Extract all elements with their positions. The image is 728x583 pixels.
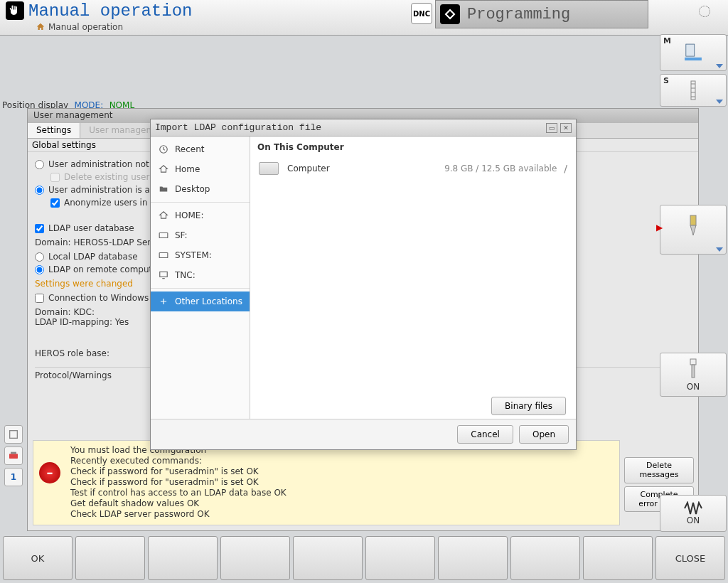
header-subtitle-row: Manual operation bbox=[36, 21, 192, 33]
protocol-line: Check if password for "useradmin" is set… bbox=[70, 477, 614, 488]
drive-icon bbox=[259, 162, 279, 175]
programming-mode-button[interactable]: Programming bbox=[435, 0, 648, 28]
softkey-6[interactable] bbox=[365, 536, 435, 580]
left-mini-toolbar: 1 bbox=[4, 425, 24, 486]
home-icon bbox=[36, 22, 46, 32]
svg-rect-7 bbox=[686, 44, 695, 56]
home-icon bbox=[158, 164, 169, 175]
svg-rect-5 bbox=[159, 253, 168, 258]
diamond-icon bbox=[440, 4, 460, 24]
machine-icon bbox=[681, 41, 705, 65]
plus-icon bbox=[158, 296, 169, 307]
folder-icon bbox=[158, 183, 169, 195]
softkey-bar: OK CLOSE bbox=[3, 536, 725, 580]
eject-icon[interactable]: / bbox=[564, 163, 567, 174]
svg-rect-1 bbox=[9, 454, 18, 459]
dialog-titlebar[interactable]: Import LDAP configuration file ▭ ✕ bbox=[151, 119, 576, 137]
svg-rect-15 bbox=[690, 359, 696, 365]
file-row-computer[interactable]: Computer 9.8 GB / 12.5 GB available / bbox=[250, 158, 576, 179]
protocol-line: Recently executed commands: bbox=[70, 456, 614, 466]
dialog-title: Import LDAP configuration file bbox=[155, 122, 543, 133]
cancel-button[interactable]: Cancel bbox=[457, 425, 513, 444]
rail-s-label: S bbox=[663, 76, 669, 85]
rail-machine-button[interactable]: M bbox=[660, 34, 727, 71]
right-rail: M S ▶ ON ON bbox=[658, 33, 728, 533]
sidebar-item-other-locations[interactable]: Other Locations bbox=[151, 292, 250, 311]
svg-rect-0 bbox=[10, 431, 18, 439]
softkey-7[interactable] bbox=[438, 536, 508, 580]
mini-btn-1[interactable] bbox=[4, 425, 23, 444]
header-subtitle: Manual operation bbox=[48, 22, 123, 32]
wave-icon bbox=[683, 501, 703, 515]
screen-icon bbox=[158, 269, 169, 281]
header-bar: Manual operation Manual operation DNC Pr… bbox=[0, 0, 728, 36]
softkey-8[interactable] bbox=[510, 536, 580, 580]
sidebar-item-label: SF: bbox=[175, 230, 188, 240]
sidebar-item-system[interactable]: SYSTEM: bbox=[151, 245, 250, 265]
window-close-icon[interactable]: ✕ bbox=[560, 123, 572, 133]
svg-rect-16 bbox=[692, 365, 695, 378]
feed-icon bbox=[687, 358, 699, 382]
rail-on-label: ON bbox=[687, 382, 700, 392]
rail-spindle-button[interactable]: S bbox=[660, 74, 727, 107]
softkey-close[interactable]: CLOSE bbox=[655, 536, 725, 580]
file-filter-button[interactable]: Binary files bbox=[491, 397, 566, 415]
sidebar-item-label: HOME: bbox=[175, 210, 203, 220]
sidebar-item-label: Desktop bbox=[175, 184, 210, 194]
svg-rect-4 bbox=[159, 233, 168, 238]
svg-rect-2 bbox=[11, 452, 16, 454]
check-ldap-user-db-label: LDAP user database bbox=[48, 223, 134, 233]
dialog-footer: Cancel Open bbox=[151, 419, 576, 449]
dnc-badge[interactable]: DNC bbox=[411, 3, 432, 24]
radio-remote-ldap-label: LDAP on remote computer bbox=[48, 264, 161, 274]
rail-feed-button[interactable]: ON bbox=[660, 353, 727, 397]
softkey-ok[interactable]: OK bbox=[3, 536, 73, 580]
chevron-down-icon bbox=[716, 247, 723, 252]
protocol-line: Check LDAP server password OK bbox=[70, 509, 614, 520]
sidebar-item-home-drive[interactable]: HOME: bbox=[151, 205, 250, 225]
rail-tool-button[interactable]: ▶ bbox=[660, 205, 727, 255]
rail-wave-button[interactable]: ON bbox=[660, 495, 727, 532]
svg-rect-6 bbox=[160, 272, 168, 277]
clock-icon bbox=[158, 144, 169, 155]
chevron-down-icon bbox=[716, 64, 723, 68]
softkey-3[interactable] bbox=[148, 536, 218, 580]
tab-settings[interactable]: Settings bbox=[28, 123, 80, 138]
sidebar-item-label: SYSTEM: bbox=[175, 250, 212, 260]
home-icon bbox=[158, 210, 169, 221]
sidebar-item-recent[interactable]: Recent bbox=[151, 139, 250, 159]
softkey-5[interactable] bbox=[293, 536, 363, 580]
protocol-line: Check if password for "useradmin" is set… bbox=[70, 466, 614, 477]
clock-icon bbox=[699, 6, 710, 17]
drive-icon bbox=[158, 230, 169, 241]
sidebar-item-tnc[interactable]: TNC: bbox=[151, 265, 250, 285]
dialog-body: Recent Home Desktop HOME: SF: SYSTEM: bbox=[151, 137, 576, 419]
file-row-meta: 9.8 GB / 12.5 GB available bbox=[444, 164, 557, 173]
open-button[interactable]: Open bbox=[519, 425, 569, 444]
header-title: Manual operation bbox=[28, 1, 192, 21]
softkey-2[interactable] bbox=[75, 536, 145, 580]
mini-btn-2[interactable] bbox=[4, 446, 23, 465]
sidebar-item-label: Home bbox=[175, 164, 200, 174]
protocol-line: Get default shadow values OK bbox=[70, 498, 614, 509]
softkey-9[interactable] bbox=[583, 536, 653, 580]
sidebar-item-desktop[interactable]: Desktop bbox=[151, 179, 250, 199]
sidebar-separator bbox=[151, 202, 250, 203]
svg-rect-8 bbox=[685, 58, 702, 60]
svg-rect-14 bbox=[690, 215, 696, 225]
sidebar-item-sf[interactable]: SF: bbox=[151, 225, 250, 245]
protocol-warnings-box: – You must load the configuration Recent… bbox=[33, 440, 620, 525]
dialog-main: On This Computer Computer 9.8 GB / 12.5 … bbox=[250, 137, 576, 419]
protocol-line: Test if control has access to an LDAP da… bbox=[70, 488, 614, 498]
mini-btn-3[interactable]: 1 bbox=[4, 468, 23, 486]
window-minimize-icon[interactable]: ▭ bbox=[546, 123, 557, 133]
rail-m-label: M bbox=[663, 36, 671, 46]
import-ldap-dialog: Import LDAP configuration file ▭ ✕ Recen… bbox=[150, 119, 577, 450]
sidebar-item-home[interactable]: Home bbox=[151, 159, 250, 179]
hand-icon bbox=[6, 1, 24, 20]
no-entry-icon: – bbox=[39, 462, 60, 483]
sidebar-item-label: Recent bbox=[175, 144, 204, 154]
tool-icon bbox=[687, 214, 700, 245]
softkey-4[interactable] bbox=[220, 536, 290, 580]
file-filter-dropdown[interactable]: Binary files bbox=[491, 397, 566, 415]
